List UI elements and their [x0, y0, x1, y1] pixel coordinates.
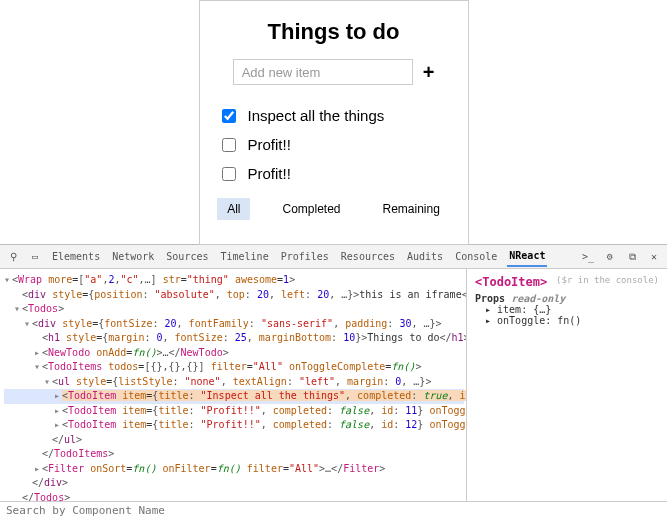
- app-title: Things to do: [218, 19, 450, 45]
- prop-row[interactable]: ▸ item: {…}: [475, 304, 659, 315]
- todo-item: Profit!!: [222, 130, 446, 159]
- tree-node[interactable]: ▸<Filter onSort=fn() onFilter=fn() filte…: [4, 462, 464, 477]
- tab-resources[interactable]: Resources: [339, 247, 397, 266]
- tree-node[interactable]: <h1 style={margin: 0, fontSize: 25, marg…: [4, 331, 464, 346]
- drawer-icon[interactable]: >_: [581, 251, 595, 262]
- devtools-panel: ⚲ ▭ Elements Network Sources Timeline Pr…: [0, 245, 667, 523]
- tab-console[interactable]: Console: [453, 247, 499, 266]
- tab-timeline[interactable]: Timeline: [218, 247, 270, 266]
- filter-remaining[interactable]: Remaining: [373, 198, 450, 220]
- console-hint: ($r in the console): [556, 275, 659, 285]
- todo-checkbox[interactable]: [222, 167, 236, 181]
- tree-node[interactable]: ▾<TodoItems todos=[{},{},{}] filter="All…: [4, 360, 464, 375]
- new-item-row: +: [218, 59, 450, 85]
- devtools-toolbar: ⚲ ▭ Elements Network Sources Timeline Pr…: [0, 245, 667, 269]
- inspect-icon[interactable]: ⚲: [6, 251, 20, 262]
- tab-network[interactable]: Network: [110, 247, 156, 266]
- prop-row[interactable]: ▸ onToggle: fn(): [475, 315, 659, 326]
- tab-nreact[interactable]: NReact: [507, 246, 547, 267]
- tab-profiles[interactable]: Profiles: [279, 247, 331, 266]
- component-search-bar: [0, 501, 667, 523]
- dock-icon[interactable]: ⧉: [625, 251, 639, 263]
- props-header: Props read-only: [475, 293, 659, 304]
- todo-item: Profit!!: [222, 159, 446, 188]
- todo-label: Profit!!: [248, 165, 291, 182]
- filter-bar: All Completed Remaining: [218, 198, 450, 220]
- todo-label: Inspect all the things: [248, 107, 385, 124]
- tree-node[interactable]: ▾<ul style={listStyle: "none", textAlign…: [4, 375, 464, 390]
- todo-app-card: Things to do + Inspect all the things Pr…: [199, 0, 469, 245]
- tab-sources[interactable]: Sources: [164, 247, 210, 266]
- device-icon[interactable]: ▭: [28, 251, 42, 262]
- tree-node[interactable]: <div style={position: "absolute", top: 2…: [4, 288, 464, 303]
- new-item-input[interactable]: [233, 59, 413, 85]
- settings-icon[interactable]: ⚙: [603, 251, 617, 262]
- todo-checkbox[interactable]: [222, 109, 236, 123]
- close-icon[interactable]: ✕: [647, 251, 661, 262]
- add-item-button[interactable]: +: [423, 61, 435, 84]
- tree-node[interactable]: ▾<Wrap more=["a",2,"c",…] str="thing" aw…: [4, 273, 464, 288]
- tree-node[interactable]: </ul>: [4, 433, 464, 448]
- tab-audits[interactable]: Audits: [405, 247, 445, 266]
- tree-node[interactable]: ▸<NewTodo onAdd=fn()>…</NewTodo>: [4, 346, 464, 361]
- todo-item: Inspect all the things: [222, 101, 446, 130]
- tree-node[interactable]: ▸<TodoItem item={title: "Inspect all the…: [4, 389, 464, 404]
- tree-node[interactable]: ▾<Todos>: [4, 302, 464, 317]
- app-preview-pane: Things to do + Inspect all the things Pr…: [0, 0, 667, 245]
- component-search-input[interactable]: [6, 504, 661, 517]
- todo-checkbox[interactable]: [222, 138, 236, 152]
- props-panel: ($r in the console) <TodoItem> Props rea…: [467, 269, 667, 501]
- todo-list: Inspect all the things Profit!! Profit!!: [222, 101, 446, 188]
- tab-elements[interactable]: Elements: [50, 247, 102, 266]
- tree-node[interactable]: </Todos>: [4, 491, 464, 502]
- devtools-body: ▾<Wrap more=["a",2,"c",…] str="thing" aw…: [0, 269, 667, 501]
- tree-node[interactable]: ▸<TodoItem item={title: "Profit!!", comp…: [4, 418, 464, 433]
- filter-all[interactable]: All: [217, 198, 250, 220]
- filter-completed[interactable]: Completed: [272, 198, 350, 220]
- tree-node[interactable]: ▾<div style={fontSize: 20, fontFamily: "…: [4, 317, 464, 332]
- tree-node[interactable]: ▸<TodoItem item={title: "Profit!!", comp…: [4, 404, 464, 419]
- todo-label: Profit!!: [248, 136, 291, 153]
- tree-node[interactable]: </TodoItems>: [4, 447, 464, 462]
- component-tree[interactable]: ▾<Wrap more=["a",2,"c",…] str="thing" aw…: [0, 269, 467, 501]
- tree-node[interactable]: </div>: [4, 476, 464, 491]
